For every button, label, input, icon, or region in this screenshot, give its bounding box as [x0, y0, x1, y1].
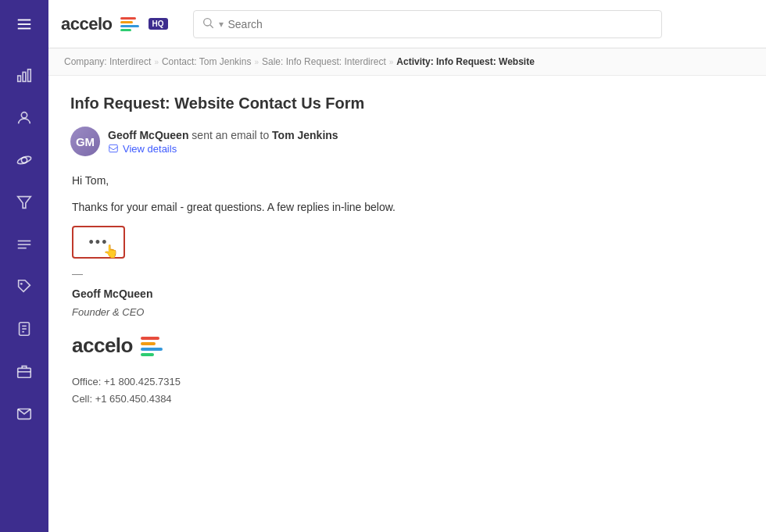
email-body-text: Thanks for your email - great questions.…: [72, 198, 744, 216]
hq-badge: HQ: [149, 18, 168, 30]
cell-number: +1 650.450.4384: [95, 393, 172, 405]
breadcrumb-sep-3: »: [389, 58, 394, 66]
page-title: Info Request: Website Contact Us Form: [70, 95, 744, 112]
breadcrumb-contact[interactable]: Contact: Tom Jenkins: [162, 56, 252, 67]
sig-bar-green: [141, 353, 154, 356]
svg-point-8: [16, 155, 32, 165]
recipient-name: Tom Jenkins: [272, 129, 338, 141]
content-area: Info Request: Website Contact Us Form GM…: [48, 76, 766, 532]
view-details-label: View details: [123, 143, 177, 155]
breadcrumb-activity: Activity: Info Request: Website: [396, 56, 534, 67]
email-greeting: Hi Tom,: [72, 172, 744, 189]
logo-bar-red: [120, 17, 136, 20]
sidebar-item-tasks[interactable]: [0, 225, 48, 264]
svg-point-6: [21, 112, 27, 118]
logo-bar-blue: [120, 25, 139, 27]
svg-line-22: [210, 25, 213, 28]
signature-dash: —: [72, 265, 744, 282]
logo-icon: [120, 17, 139, 31]
sidebar: [0, 0, 48, 532]
avatar: GM: [70, 127, 100, 156]
email-section: GM Geoff McQueen sent an email to Tom Je…: [70, 127, 744, 408]
logo-bar-green: [120, 29, 131, 31]
sidebar-item-inbox[interactable]: [0, 394, 48, 433]
main-area: accelo HQ ▾ Company: Interdirect » Conta…: [48, 0, 766, 532]
signature-logo: accelo: [72, 330, 744, 362]
office-label: Office:: [72, 376, 101, 387]
svg-rect-3: [18, 76, 21, 81]
expand-button[interactable]: ••• 👆: [72, 226, 125, 259]
avatar-image: GM: [70, 127, 100, 156]
search-input[interactable]: [228, 18, 653, 30]
svg-rect-4: [23, 72, 26, 81]
email-action-text: sent an email to: [192, 129, 269, 141]
sidebar-nav: [0, 48, 48, 433]
breadcrumb-sep-1: »: [154, 58, 159, 66]
sidebar-item-assets[interactable]: [0, 352, 48, 391]
view-details-link[interactable]: View details: [108, 143, 338, 155]
breadcrumb-sale[interactable]: Sale: Info Request: Interdirect: [262, 56, 386, 67]
cell-label: Cell:: [72, 393, 92, 405]
office-number: +1 800.425.7315: [104, 376, 181, 387]
logo-bar-orange: [120, 21, 133, 23]
hamburger-menu[interactable]: [0, 0, 48, 48]
svg-rect-23: [109, 145, 118, 152]
cursor-icon: 👆: [103, 241, 119, 262]
svg-rect-18: [18, 368, 31, 377]
logo-area: accelo HQ: [61, 14, 168, 34]
sig-bar-blue: [141, 348, 163, 351]
search-dropdown-arrow[interactable]: ▾: [219, 19, 224, 30]
sidebar-item-sales[interactable]: [0, 183, 48, 222]
top-header: accelo HQ ▾: [48, 0, 766, 48]
sig-bar-red: [141, 337, 159, 340]
signature-contact: Office: +1 800.425.7315 Cell: +1 650.450…: [72, 373, 744, 408]
sidebar-item-reports[interactable]: [0, 309, 48, 348]
breadcrumb-sep-2: »: [254, 58, 259, 66]
search-icon: [202, 16, 214, 32]
signature-name: Geoff McQueen: [72, 285, 744, 302]
svg-point-13: [20, 283, 23, 285]
svg-point-21: [203, 18, 210, 25]
sender-name: Geoff McQueen: [108, 129, 188, 141]
email-meta-sender-line: Geoff McQueen sent an email to Tom Jenki…: [108, 129, 338, 141]
sidebar-item-tags[interactable]: [0, 267, 48, 306]
sig-logo-text: accelo: [72, 330, 133, 362]
sig-logo-bars: [141, 337, 163, 356]
svg-marker-9: [18, 197, 31, 209]
breadcrumb: Company: Interdirect » Contact: Tom Jenk…: [48, 48, 766, 76]
breadcrumb-company[interactable]: Company: Interdirect: [64, 56, 151, 67]
sig-bar-orange: [141, 342, 156, 345]
svg-rect-5: [28, 70, 31, 82]
email-meta: Geoff McQueen sent an email to Tom Jenki…: [108, 129, 338, 155]
logo-text: accelo: [61, 14, 113, 34]
email-header: GM Geoff McQueen sent an email to Tom Je…: [70, 127, 744, 156]
signature-title: Founder & CEO: [72, 305, 744, 321]
sidebar-item-contacts[interactable]: [0, 98, 48, 137]
sidebar-item-projects[interactable]: [0, 141, 48, 180]
sidebar-item-dashboard[interactable]: [0, 56, 48, 95]
email-body: Hi Tom, Thanks for your email - great qu…: [72, 172, 744, 408]
search-area: ▾: [193, 10, 662, 38]
